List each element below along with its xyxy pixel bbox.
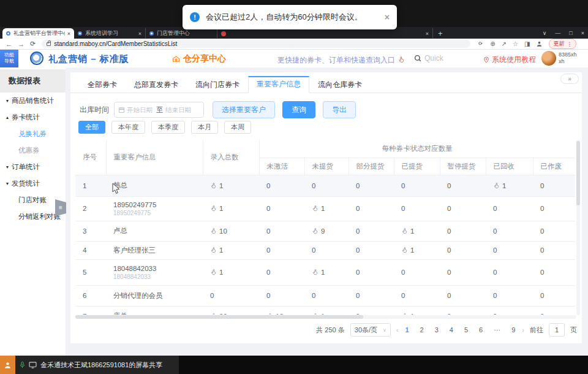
prev-page-button[interactable]: ‹ bbox=[396, 326, 399, 334]
sidebar-item[interactable]: ▾发货统计 bbox=[0, 175, 66, 192]
quick-range-pill[interactable]: 全部 bbox=[78, 121, 105, 134]
maximize-icon[interactable]: □ bbox=[569, 30, 572, 36]
chrome-menu-chevron-icon[interactable]: ∨ bbox=[543, 30, 547, 36]
count-cell[interactable]: 18 bbox=[259, 306, 304, 315]
browser-tab[interactable]: 系统培训学习× bbox=[74, 28, 146, 39]
url-field[interactable]: standard.maboy.cn/CardMemberStatisticsLi… bbox=[42, 40, 470, 48]
key-icon[interactable] bbox=[478, 41, 484, 47]
content-tab[interactable]: 总部直发券卡 bbox=[126, 76, 187, 93]
browser-tab[interactable]: 礼盒营销平台管理中心× bbox=[2, 28, 74, 39]
count-cell[interactable]: 1 bbox=[203, 175, 259, 196]
page-number[interactable]: 2 bbox=[419, 326, 425, 334]
content-tab[interactable]: 重要客户信息 bbox=[248, 76, 309, 93]
vertical-scrollbar-thumb[interactable] bbox=[576, 141, 580, 205]
count-cell[interactable]: 1 bbox=[304, 196, 349, 221]
horizontal-scrollbar[interactable] bbox=[75, 315, 576, 319]
customer-name[interactable]: 韩总 bbox=[113, 181, 203, 190]
sidebar-item[interactable]: ▾订单统计 bbox=[0, 159, 66, 175]
page-number[interactable]: 9 bbox=[510, 326, 516, 334]
customer-name[interactable]: 唐总 bbox=[113, 311, 203, 315]
count-cell[interactable]: 1 bbox=[304, 306, 349, 315]
tab-title: 礼盒营销平台管理中心 bbox=[13, 29, 65, 37]
person-icon bbox=[4, 361, 12, 369]
goto-unit: 页 bbox=[570, 326, 577, 335]
customer-name[interactable]: 卢总 bbox=[113, 226, 203, 235]
function-nav-toggle[interactable]: 功能 导航 bbox=[0, 50, 18, 67]
count-cell[interactable]: 20 bbox=[203, 306, 259, 315]
count-cell[interactable]: 1 bbox=[394, 241, 440, 259]
page-number[interactable]: 3 bbox=[434, 326, 440, 334]
count-cell[interactable]: 1 bbox=[394, 306, 440, 315]
select-customer-button[interactable]: 选择重要客户 bbox=[213, 101, 275, 118]
sidebar-item[interactable]: 兑换礼券 bbox=[0, 126, 66, 142]
goto-page-input[interactable] bbox=[549, 323, 565, 337]
side-panel-icon[interactable]: ◨ bbox=[524, 40, 530, 47]
page-number[interactable]: 5 bbox=[463, 326, 469, 334]
back-icon[interactable]: ← bbox=[6, 40, 12, 48]
customer-name[interactable]: 客户经理张三 bbox=[113, 246, 203, 255]
share-icon[interactable]: ↗ bbox=[502, 40, 507, 47]
page-number[interactable]: 4 bbox=[448, 326, 454, 334]
quick-range-pill[interactable]: 本年度 bbox=[111, 121, 145, 134]
page-size-select[interactable]: 30条/页 ∨ bbox=[350, 323, 391, 337]
next-page-button[interactable]: › bbox=[522, 326, 524, 334]
forward-icon[interactable]: → bbox=[18, 40, 24, 48]
sidebar-item[interactable]: ▾商品销售统计 bbox=[0, 93, 66, 109]
participant-button[interactable] bbox=[0, 356, 15, 374]
profile-icon[interactable] bbox=[536, 40, 543, 47]
tab-close-icon[interactable]: × bbox=[426, 31, 429, 37]
count-cell[interactable]: 10 bbox=[203, 221, 259, 241]
count-cell[interactable]: 1 bbox=[203, 259, 259, 285]
page-number[interactable]: ··· bbox=[492, 326, 502, 334]
export-button[interactable]: 导出 bbox=[323, 101, 356, 118]
quick-entry-tip[interactable]: 更快捷的券卡、订单和快递查询入口 bbox=[277, 55, 395, 66]
quick-range-pill[interactable]: 本季度 bbox=[151, 121, 185, 134]
start-date-input[interactable] bbox=[127, 106, 154, 113]
count-cell: 0 bbox=[349, 306, 394, 315]
count-cell[interactable]: 9 bbox=[304, 221, 349, 241]
zoom-icon[interactable]: ⊕ bbox=[490, 40, 495, 47]
count-cell[interactable]: 1 bbox=[304, 259, 349, 285]
close-icon[interactable]: × bbox=[581, 30, 584, 36]
page-number[interactable]: 1 bbox=[404, 326, 410, 334]
share-center-link[interactable]: 仓分享中心 bbox=[172, 53, 226, 64]
content-tabs: 全部券卡总部直发券卡流向门店券卡重要客户信息流向仓库券卡 bbox=[70, 76, 582, 93]
page-number[interactable]: 6 bbox=[478, 326, 484, 334]
tutorial-link[interactable]: 系统使用教程 bbox=[483, 55, 536, 65]
count-cell[interactable]: 1 bbox=[394, 221, 440, 241]
search-button[interactable]: 查询 bbox=[282, 101, 315, 118]
quick-range-pill[interactable]: 本周 bbox=[224, 121, 251, 134]
customer-cell: 韩总 bbox=[106, 175, 203, 196]
update-button[interactable]: 更新 ⋮ bbox=[549, 39, 576, 49]
quick-search[interactable]: Quick bbox=[414, 54, 443, 63]
user-avatar[interactable] bbox=[541, 51, 556, 66]
reload-icon[interactable]: ⟳ bbox=[30, 40, 36, 48]
count-cell[interactable]: 1 bbox=[203, 196, 259, 221]
kebab-menu-icon[interactable]: ⋮ bbox=[567, 41, 572, 47]
tab-close-icon[interactable]: × bbox=[138, 31, 141, 37]
sidebar-item[interactable]: 优惠券 bbox=[0, 142, 66, 159]
count-cell[interactable]: 1 bbox=[203, 241, 259, 259]
customer-name[interactable]: 18950249775 bbox=[113, 201, 203, 208]
count-cell: 0 bbox=[533, 259, 575, 285]
sidebar-item[interactable]: ▴券卡统计 bbox=[0, 109, 66, 126]
horizontal-scrollbar-thumb[interactable] bbox=[75, 315, 363, 319]
date-range-picker[interactable]: 至 bbox=[114, 102, 204, 118]
browser-tab[interactable]: × bbox=[217, 28, 433, 39]
panel-collapse-button[interactable]: » bbox=[560, 74, 579, 84]
vertical-scrollbar[interactable] bbox=[576, 140, 580, 315]
content-tab[interactable]: 流向门店券卡 bbox=[187, 76, 248, 93]
customer-name[interactable]: 分销代理的会员 bbox=[113, 291, 203, 300]
tab-close-icon[interactable]: × bbox=[67, 31, 70, 37]
new-tab-button[interactable]: + bbox=[433, 28, 448, 39]
minimize-icon[interactable]: — bbox=[555, 30, 560, 36]
count-cell[interactable]: 1 bbox=[486, 175, 533, 196]
toast-close-icon[interactable]: × bbox=[385, 12, 390, 22]
quick-range-pill[interactable]: 本月 bbox=[191, 121, 218, 134]
end-date-input[interactable] bbox=[165, 106, 192, 113]
content-tab[interactable]: 全部券卡 bbox=[79, 76, 126, 93]
content-tab[interactable]: 流向仓库券卡 bbox=[309, 76, 371, 93]
bookmark-star-icon[interactable]: ☆ bbox=[513, 40, 518, 47]
customer-name[interactable]: 18048842033 bbox=[113, 265, 203, 272]
browser-tab[interactable]: 门店管理中心 bbox=[146, 28, 217, 39]
